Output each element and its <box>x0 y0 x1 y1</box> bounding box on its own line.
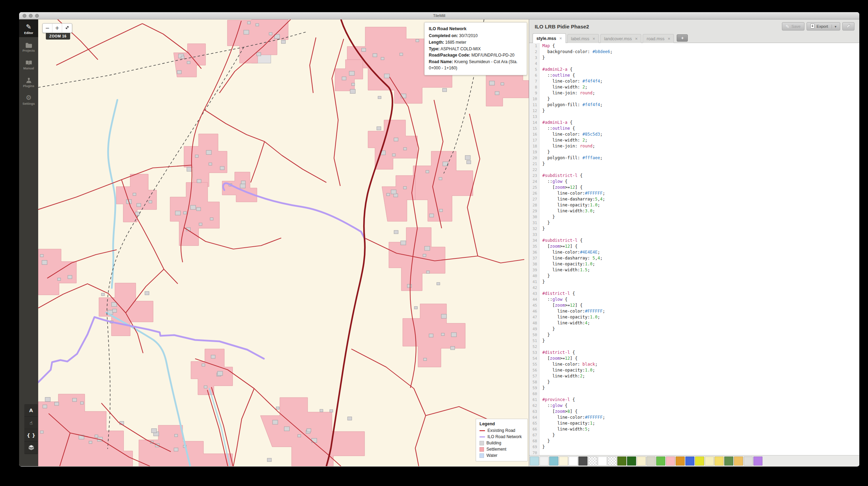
building <box>187 61 190 64</box>
sidebar-item-settings[interactable]: ⚙ Settings <box>19 90 38 108</box>
palette-swatch[interactable] <box>617 457 626 466</box>
line-number: 36 <box>529 249 540 255</box>
line-number: 49 <box>529 326 540 332</box>
palette-swatch[interactable] <box>734 457 743 466</box>
tab-road-mss[interactable]: road.mss× <box>643 34 674 43</box>
tilemill-window: TileMill ✎ Editor Projects Manual <box>19 12 859 467</box>
palette-swatch[interactable] <box>724 457 733 466</box>
building <box>373 53 377 57</box>
settlement-swatch <box>479 447 484 452</box>
save-button[interactable]: ✎ Save <box>782 22 804 31</box>
export-button[interactable]: Export ▾ <box>807 22 840 31</box>
layers-button[interactable] <box>24 442 38 454</box>
zoom-in-button[interactable]: + <box>52 24 62 33</box>
tab-landcover-mss[interactable]: landcover.mss× <box>600 34 642 43</box>
carto-snippets-button[interactable]: { } <box>24 429 38 442</box>
building <box>381 57 384 60</box>
palette-swatch[interactable] <box>656 457 665 466</box>
code-line: 69} <box>529 444 859 450</box>
map-pane: − + ZOOM 16 ILO Road Network Completed o… <box>38 19 529 466</box>
fonts-tool-button[interactable]: A <box>24 404 38 417</box>
add-stylesheet-button[interactable]: + <box>677 34 688 42</box>
line-number: 31 <box>529 220 540 226</box>
building <box>414 307 417 309</box>
building <box>220 167 224 170</box>
building <box>197 207 201 211</box>
palette-swatch[interactable] <box>695 457 704 466</box>
line-number: 50 <box>529 332 540 338</box>
ilo-road-line-swatch <box>479 436 485 437</box>
palette-swatch[interactable] <box>549 457 558 466</box>
sidebar-item-editor[interactable]: ✎ Editor <box>19 19 38 37</box>
code-line: 67 } <box>529 432 859 438</box>
palette-swatch[interactable] <box>569 457 578 466</box>
tooltip-field: Type: ASPHALT COLD-MIX <box>429 46 523 52</box>
close-tab-icon[interactable]: × <box>668 36 670 41</box>
code-line: 53#district-l { <box>529 350 859 356</box>
palette-swatch[interactable] <box>715 457 724 466</box>
settings-wrench-button[interactable] <box>842 22 854 31</box>
line-number: 17 <box>529 137 540 143</box>
building <box>439 177 442 180</box>
palette-swatch[interactable] <box>637 457 646 466</box>
palette-swatch[interactable] <box>559 457 568 466</box>
building <box>429 334 433 338</box>
building <box>202 364 205 366</box>
line-number: 60 <box>529 391 540 397</box>
tab-label-mss[interactable]: label.mss× <box>567 34 599 43</box>
code-line: 1Map { <box>529 43 859 49</box>
line-number: 69 <box>529 444 540 450</box>
building <box>197 179 201 183</box>
map-canvas[interactable] <box>38 19 529 466</box>
line-number: 1 <box>529 43 540 49</box>
line-number: 16 <box>529 131 540 137</box>
palette-swatch[interactable] <box>578 457 587 466</box>
palette-swatch[interactable] <box>540 457 549 466</box>
line-number: 68 <box>529 438 540 444</box>
palette-swatch[interactable] <box>753 457 762 466</box>
code-line: 45 [zoom>=12] { <box>529 302 859 308</box>
palette-swatch[interactable] <box>705 457 714 466</box>
legend-item: Building <box>479 441 524 445</box>
palette-swatch[interactable] <box>598 457 607 466</box>
close-tab-icon[interactable]: × <box>592 36 595 41</box>
close-tab-icon[interactable]: × <box>635 36 638 41</box>
palette-swatch[interactable] <box>685 457 694 466</box>
line-number: 26 <box>529 190 540 196</box>
code-editor[interactable]: 1Map {2 background-color: #b8dee6;3}45#a… <box>529 43 859 455</box>
building <box>40 254 43 257</box>
tab-style-mss[interactable]: style.mss× <box>533 33 566 43</box>
line-number: 5 <box>529 67 540 73</box>
code-line: 29 line-width:3.0; <box>529 208 859 214</box>
building <box>81 402 84 404</box>
palette-swatch[interactable] <box>588 457 597 466</box>
sidebar-item-manual[interactable]: Manual <box>19 55 38 73</box>
palette-swatch[interactable] <box>608 457 617 466</box>
pointer-tool-button[interactable]: ☝ <box>24 417 38 429</box>
line-number: 33 <box>529 232 540 238</box>
building <box>247 22 250 24</box>
minimize-window-button[interactable] <box>29 14 33 18</box>
palette-swatch[interactable] <box>627 457 636 466</box>
palette-swatch[interactable] <box>646 457 656 466</box>
close-window-button[interactable] <box>23 14 26 18</box>
sidebar-item-plugins[interactable]: Plugins <box>19 73 38 90</box>
line-number: 27 <box>529 196 540 202</box>
palette-swatch[interactable] <box>676 457 685 466</box>
line-number: 61 <box>529 397 540 403</box>
palette-swatch[interactable] <box>530 457 539 466</box>
palette-swatch[interactable] <box>666 457 675 466</box>
close-tab-icon[interactable]: × <box>559 36 562 41</box>
code-line: 21} <box>529 161 859 167</box>
code-line: 15 ::outline { <box>529 126 859 131</box>
code-line: 32} <box>529 226 859 232</box>
palette-swatch[interactable] <box>744 457 753 466</box>
code-line: 28 line-opacity:1.0; <box>529 202 859 208</box>
zoom-window-button[interactable] <box>35 14 39 18</box>
line-number: 14 <box>529 120 540 126</box>
fullscreen-button[interactable] <box>62 24 72 33</box>
code-line: 54 [zoom>=12] { <box>529 356 859 361</box>
code-line: 11 polygon-fill: #f4f4f4; <box>529 102 859 108</box>
sidebar-item-projects[interactable]: Projects <box>19 37 38 55</box>
zoom-out-button[interactable]: − <box>43 24 52 33</box>
